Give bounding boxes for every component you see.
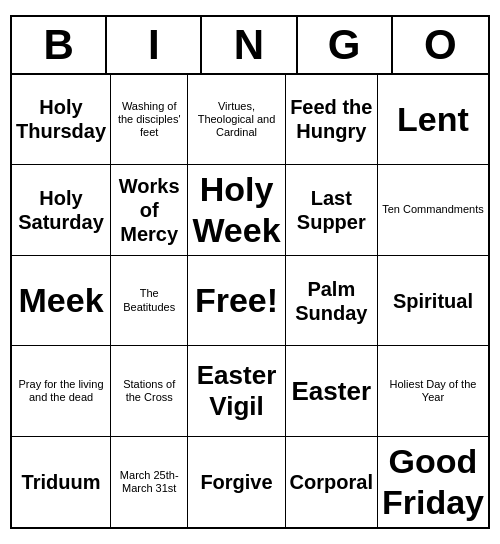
bingo-cell-14: Spiritual (378, 256, 488, 347)
cell-text-6: Works of Mercy (115, 174, 183, 246)
bingo-cell-17: Easter Vigil (188, 346, 285, 437)
cell-text-1: Washing of the disciples' feet (115, 100, 183, 140)
header-letter-G: G (298, 17, 393, 73)
bingo-cell-5: Holy Saturday (12, 165, 111, 256)
header-letter-N: N (202, 17, 297, 73)
cell-text-12: Free! (195, 280, 278, 321)
cell-text-2: Virtues, Theological and Cardinal (192, 100, 280, 140)
cell-text-14: Spiritual (393, 289, 473, 313)
header-letter-I: I (107, 17, 202, 73)
bingo-cell-23: Corporal (286, 437, 378, 528)
bingo-cell-22: Forgive (188, 437, 285, 528)
bingo-card: BINGO Holy ThursdayWashing of the discip… (10, 15, 490, 530)
bingo-cell-21: March 25th- March 31st (111, 437, 188, 528)
cell-text-5: Holy Saturday (16, 186, 106, 234)
bingo-header: BINGO (12, 17, 488, 75)
bingo-cell-2: Virtues, Theological and Cardinal (188, 75, 285, 166)
cell-text-21: March 25th- March 31st (115, 469, 183, 495)
cell-text-13: Palm Sunday (290, 277, 373, 325)
cell-text-7: Holy Week (192, 169, 280, 251)
cell-text-11: The Beatitudes (115, 287, 183, 313)
cell-text-20: Triduum (22, 470, 101, 494)
bingo-cell-0: Holy Thursday (12, 75, 111, 166)
bingo-cell-3: Feed the Hungry (286, 75, 378, 166)
bingo-cell-4: Lent (378, 75, 488, 166)
header-letter-B: B (12, 17, 107, 73)
bingo-cell-6: Works of Mercy (111, 165, 188, 256)
bingo-cell-13: Palm Sunday (286, 256, 378, 347)
bingo-cell-20: Triduum (12, 437, 111, 528)
bingo-cell-12: Free! (188, 256, 285, 347)
bingo-cell-15: Pray for the living and the dead (12, 346, 111, 437)
cell-text-24: Good Friday (382, 441, 484, 523)
header-letter-O: O (393, 17, 488, 73)
bingo-cell-1: Washing of the disciples' feet (111, 75, 188, 166)
bingo-cell-16: Stations of the Cross (111, 346, 188, 437)
cell-text-4: Lent (397, 99, 469, 140)
bingo-cell-8: Last Supper (286, 165, 378, 256)
cell-text-3: Feed the Hungry (290, 95, 373, 143)
cell-text-22: Forgive (200, 470, 272, 494)
cell-text-23: Corporal (290, 470, 373, 494)
bingo-cell-10: Meek (12, 256, 111, 347)
cell-text-15: Pray for the living and the dead (16, 378, 106, 404)
cell-text-17: Easter Vigil (192, 360, 280, 422)
cell-text-10: Meek (18, 280, 103, 321)
cell-text-16: Stations of the Cross (115, 378, 183, 404)
bingo-grid: Holy ThursdayWashing of the disciples' f… (12, 75, 488, 528)
cell-text-8: Last Supper (290, 186, 373, 234)
bingo-cell-11: The Beatitudes (111, 256, 188, 347)
cell-text-18: Easter (292, 376, 372, 407)
bingo-cell-7: Holy Week (188, 165, 285, 256)
bingo-cell-19: Holiest Day of the Year (378, 346, 488, 437)
cell-text-0: Holy Thursday (16, 95, 106, 143)
cell-text-9: Ten Commandments (382, 203, 484, 216)
cell-text-19: Holiest Day of the Year (382, 378, 484, 404)
bingo-cell-24: Good Friday (378, 437, 488, 528)
bingo-cell-9: Ten Commandments (378, 165, 488, 256)
bingo-cell-18: Easter (286, 346, 378, 437)
